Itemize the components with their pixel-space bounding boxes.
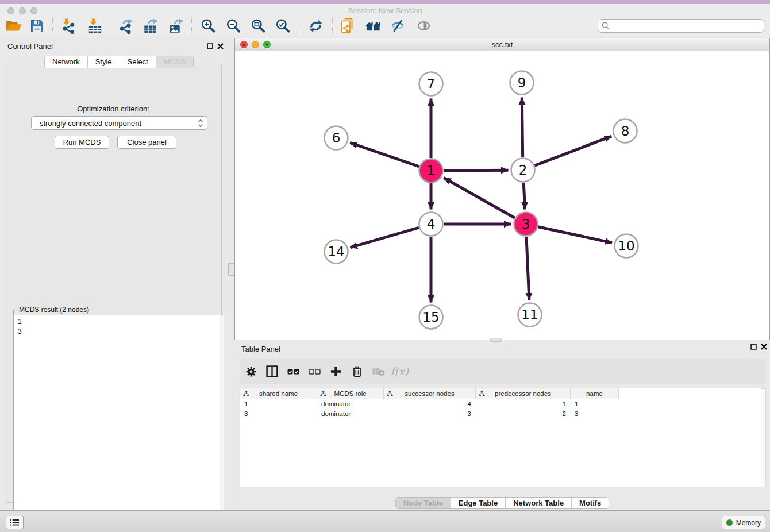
- import-network-button[interactable]: [58, 17, 78, 35]
- toolbar-separator: [332, 17, 333, 34]
- tab-network-table[interactable]: Network Table: [505, 498, 571, 508]
- cell-predecessor-nodes[interactable]: 1: [476, 399, 571, 409]
- show-columns-button[interactable]: [261, 365, 283, 377]
- float-table-panel-button[interactable]: [750, 343, 757, 350]
- refresh-button[interactable]: [306, 17, 325, 35]
- graph-node-14[interactable]: 14: [325, 240, 348, 264]
- run-mcds-button[interactable]: Run MCDS: [55, 136, 109, 149]
- graph-node-7[interactable]: 7: [419, 72, 443, 96]
- graph-node-9[interactable]: 9: [510, 71, 534, 95]
- graph-node-11[interactable]: 11: [518, 303, 542, 327]
- close-panel-button-mcds[interactable]: Close panel: [117, 136, 176, 149]
- hide-selected-button[interactable]: [388, 17, 407, 35]
- clone-network-icon: [340, 18, 355, 34]
- tab-network[interactable]: Network: [45, 56, 87, 68]
- save-session-button[interactable]: [27, 17, 47, 35]
- column-header-predecessor-nodes[interactable]: predecessor nodes: [476, 388, 571, 399]
- column-header-successor-nodes[interactable]: successor nodes: [384, 388, 476, 399]
- table-scrollbar[interactable]: [761, 388, 766, 487]
- deselect-all-button[interactable]: [304, 368, 325, 376]
- mcds-result-list[interactable]: 13: [14, 315, 221, 526]
- column-header-MCDS-role[interactable]: MCDS role: [317, 388, 384, 399]
- table-row[interactable]: 3dominator323: [240, 409, 761, 419]
- eye-slash-icon: [390, 18, 406, 33]
- graph-node-15[interactable]: 15: [419, 306, 443, 329]
- export-table-button[interactable]: [141, 17, 160, 35]
- criterion-value: strongly connected component: [40, 119, 198, 128]
- add-row-button[interactable]: [325, 366, 346, 377]
- graph-edge-2-8[interactable]: [535, 136, 612, 165]
- memory-button[interactable]: Memory: [722, 516, 765, 529]
- close-panel-button[interactable]: [217, 43, 224, 50]
- export-network-button[interactable]: [116, 17, 135, 35]
- zoom-in-button[interactable]: [198, 17, 218, 35]
- graph-edge-1-2[interactable]: [444, 170, 509, 171]
- cell-successor-nodes[interactable]: 4: [384, 399, 476, 409]
- select-all-button[interactable]: [283, 368, 304, 376]
- control-panel-title: Control Panel: [7, 42, 53, 51]
- column-header-shared-name[interactable]: shared name: [240, 388, 317, 399]
- tab-mcds[interactable]: MCDS: [156, 56, 193, 68]
- cell-successor-nodes[interactable]: 3: [384, 409, 476, 419]
- homes-icon: [365, 19, 382, 33]
- tab-node-table[interactable]: Node Table: [396, 498, 451, 508]
- graph-edge-2-9[interactable]: [522, 98, 522, 158]
- svg-text:10: 10: [618, 238, 634, 253]
- table-body: 1dominator4113dominator323: [240, 399, 761, 418]
- float-panel-button[interactable]: [206, 43, 214, 50]
- graph-edge-3-1[interactable]: [444, 178, 515, 218]
- graph-node-2[interactable]: 2: [511, 159, 535, 182]
- graph-node-1[interactable]: 1: [419, 159, 443, 183]
- criterion-dropdown[interactable]: strongly connected component: [31, 116, 207, 130]
- graph-edge-4-14[interactable]: [351, 228, 419, 248]
- zoom-out-icon: [226, 18, 241, 33]
- tab-edge-table[interactable]: Edge Table: [451, 498, 505, 508]
- cell-name[interactable]: 3: [571, 409, 619, 419]
- delete-table-button[interactable]: [368, 367, 389, 376]
- clone-network-button[interactable]: [338, 17, 357, 35]
- function-builder-button[interactable]: f(x): [389, 365, 410, 377]
- cell-name[interactable]: 1: [571, 399, 619, 409]
- export-network-icon: [118, 18, 133, 34]
- network-canvas[interactable]: 7968124314101511: [235, 51, 769, 340]
- close-table-panel-button[interactable]: [760, 343, 768, 350]
- delete-row-button[interactable]: [346, 365, 368, 377]
- table-settings-button[interactable]: [240, 366, 261, 377]
- graph-node-6[interactable]: 6: [325, 126, 348, 150]
- zoom-selected-button[interactable]: [273, 17, 292, 35]
- graph-edge-3-11[interactable]: [526, 237, 529, 300]
- import-table-button[interactable]: [85, 17, 105, 35]
- zoom-fit-button[interactable]: [248, 17, 268, 35]
- horizontal-splitter-grip[interactable]: [490, 338, 502, 342]
- graph-edge-3-10[interactable]: [538, 227, 613, 243]
- tab-style[interactable]: Style: [87, 56, 120, 68]
- result-scrollbar[interactable]: [220, 315, 224, 526]
- tab-select[interactable]: Select: [120, 56, 156, 68]
- zoom-out-button[interactable]: [224, 17, 243, 35]
- table-row[interactable]: 1dominator411: [240, 399, 761, 409]
- cell-MCDS-role[interactable]: dominator: [317, 409, 384, 419]
- graph-edge-1-6[interactable]: [350, 142, 419, 166]
- show-hidden-button[interactable]: [414, 17, 433, 35]
- table-header-row: shared nameMCDS rolesuccessor nodesprede…: [240, 388, 761, 399]
- search-field[interactable]: [598, 19, 764, 33]
- column-header-name[interactable]: name: [571, 388, 619, 399]
- graph-node-8[interactable]: 8: [614, 119, 637, 143]
- cell-shared-name[interactable]: 3: [240, 409, 317, 419]
- cell-MCDS-role[interactable]: dominator: [317, 399, 384, 409]
- tab-motifs[interactable]: Motifs: [571, 498, 609, 508]
- window-chrome: Session: New Session: [0, 4, 770, 36]
- graph-node-4[interactable]: 4: [419, 213, 443, 236]
- cell-shared-name[interactable]: 1: [240, 399, 317, 409]
- task-history-button[interactable]: [6, 516, 24, 529]
- network-window-titlebar: × − + scc.txt: [235, 38, 769, 51]
- first-neighbors-button[interactable]: [363, 17, 383, 35]
- open-file-button[interactable]: [4, 17, 24, 35]
- export-image-button[interactable]: [166, 17, 186, 35]
- graph-node-10[interactable]: 10: [615, 234, 638, 258]
- cell-predecessor-nodes[interactable]: 2: [476, 409, 571, 419]
- refresh-icon: [309, 19, 323, 33]
- graph-node-3[interactable]: 3: [514, 213, 538, 236]
- graph-edge-2-3[interactable]: [523, 183, 525, 210]
- search-input[interactable]: [612, 22, 760, 30]
